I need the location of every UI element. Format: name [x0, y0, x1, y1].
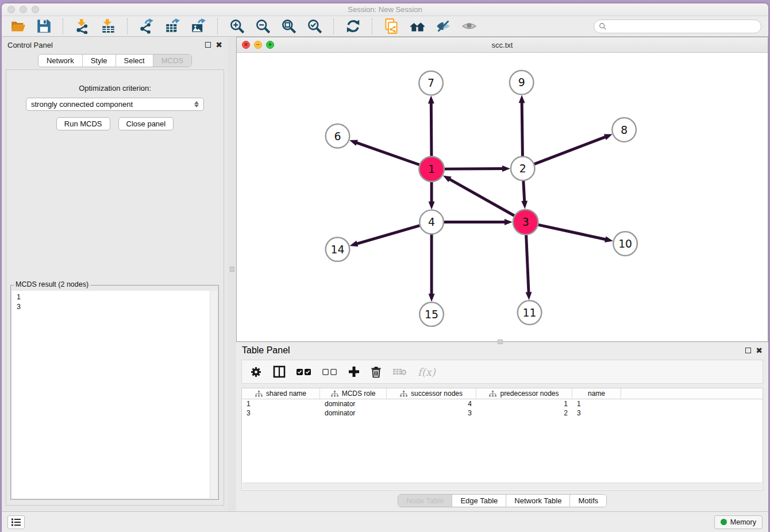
svg-text:15: 15 — [425, 309, 438, 321]
import-network-icon[interactable] — [73, 18, 91, 35]
toggle-column-panel-icon[interactable] — [273, 365, 286, 378]
export-table-icon[interactable] — [163, 18, 182, 35]
graph-node-14[interactable]: 14 — [326, 237, 350, 261]
hide-selection-icon[interactable] — [434, 18, 452, 35]
export-image-icon[interactable] — [189, 18, 207, 35]
task-history-button[interactable] — [7, 515, 25, 529]
node-table[interactable]: shared name MCDS role successor nodes — [241, 388, 763, 491]
network-close-button[interactable]: ✕ — [242, 41, 250, 49]
unselect-all-columns-icon[interactable] — [322, 368, 337, 376]
search-input[interactable] — [609, 22, 756, 30]
column-header-mcds-role[interactable]: MCDS role — [320, 388, 387, 399]
svg-text:6: 6 — [334, 130, 341, 142]
refresh-icon[interactable] — [344, 18, 362, 35]
splitter-grip[interactable] — [230, 267, 234, 272]
float-panel-icon[interactable] — [205, 42, 211, 48]
first-neighbors-icon[interactable] — [408, 18, 426, 35]
graph-node-10[interactable]: 10 — [613, 232, 637, 256]
network-minimize-button[interactable]: − — [254, 41, 262, 49]
graph-node-9[interactable]: 9 — [510, 71, 534, 95]
result-scrollbar[interactable] — [210, 291, 217, 498]
graph-node-6[interactable]: 6 — [326, 124, 350, 148]
tab-mcds[interactable]: MCDS — [153, 55, 191, 67]
maximize-window-button[interactable] — [32, 6, 39, 13]
window-controls — [7, 6, 39, 13]
column-header-shared-name[interactable]: shared name — [242, 388, 320, 399]
column-header-predecessor-nodes[interactable]: predecessor nodes — [476, 388, 572, 399]
close-panel-button[interactable]: Close panel — [118, 117, 174, 130]
criterion-dropdown[interactable]: strongly connected component — [26, 98, 204, 111]
table-panel-title: Table Panel — [242, 345, 290, 356]
search-box[interactable] — [594, 20, 761, 33]
memory-label: Memory — [730, 518, 756, 526]
zoom-out-icon[interactable] — [253, 18, 272, 35]
tab-network[interactable]: Network — [38, 55, 83, 67]
control-panel: Control Panel ✖ Network Style Select MCD… — [2, 37, 228, 511]
column-header-name[interactable]: name — [572, 388, 621, 399]
table-scrollbar[interactable] — [242, 483, 762, 489]
graph-node-4[interactable]: 4 — [419, 210, 444, 234]
svg-text:8: 8 — [621, 124, 627, 136]
function-builder-icon[interactable]: f(x) — [418, 366, 436, 378]
splitter-grip[interactable] — [498, 340, 503, 344]
graph-node-15[interactable]: 15 — [419, 302, 444, 326]
tab-network-table[interactable]: Network Table — [506, 495, 570, 507]
tab-select[interactable]: Select — [116, 55, 153, 67]
create-column-icon[interactable] — [348, 366, 360, 377]
svg-text:10: 10 — [618, 238, 632, 250]
graph-node-2[interactable]: 2 — [511, 156, 535, 180]
zoom-fit-icon[interactable] — [279, 18, 298, 35]
open-session-icon[interactable] — [9, 18, 27, 35]
network-graph[interactable]: 7968124314101511 — [237, 53, 768, 339]
close-panel-icon[interactable]: ✖ — [756, 348, 763, 353]
minimize-window-button[interactable] — [20, 6, 27, 13]
network-window-titlebar[interactable]: ✕ − + scc.txt — [237, 37, 768, 53]
table-toolbar: f(x) — [241, 360, 763, 384]
table-tabs: Node Table Edge Table Network Table Moti… — [236, 491, 768, 510]
show-all-icon[interactable] — [460, 18, 478, 35]
delete-column-icon[interactable] — [371, 366, 382, 378]
tab-node-table[interactable]: Node Table — [398, 495, 453, 507]
table-row[interactable]: 1 dominator 4 1 1 — [242, 399, 763, 408]
run-mcds-button[interactable]: Run MCDS — [56, 117, 110, 130]
panel-splitter[interactable] — [228, 37, 236, 511]
select-all-columns-icon[interactable] — [297, 368, 311, 376]
toolbar-separator — [333, 18, 334, 34]
zoom-selected-icon[interactable] — [305, 18, 324, 35]
mcds-result-title: MCDS result (2 nodes) — [14, 280, 90, 288]
close-panel-icon[interactable]: ✖ — [215, 42, 222, 48]
network-window-title: scc.txt — [492, 41, 513, 49]
main-area: Control Panel ✖ Network Style Select MCD… — [2, 37, 768, 511]
settings-gear-icon[interactable] — [250, 366, 262, 378]
graph-node-1[interactable]: 1 — [419, 156, 444, 182]
import-table-icon[interactable] — [99, 18, 117, 35]
memory-button[interactable]: Memory — [714, 515, 763, 529]
zoom-in-icon[interactable] — [228, 18, 246, 35]
shared-column-icon — [400, 391, 407, 397]
control-panel-header: Control Panel ✖ — [2, 37, 228, 53]
float-panel-icon[interactable] — [745, 348, 751, 353]
delete-table-icon[interactable] — [392, 368, 407, 376]
close-window-button[interactable] — [7, 6, 15, 13]
control-panel-title: Control Panel — [7, 41, 53, 49]
graph-node-11[interactable]: 11 — [518, 300, 542, 325]
tab-edge-table[interactable]: Edge Table — [452, 495, 506, 507]
table-splitter[interactable] — [236, 342, 768, 343]
result-line: 3 — [17, 302, 213, 312]
table-row[interactable]: 3 dominator 3 2 3 — [242, 408, 763, 418]
graph-node-7[interactable]: 7 — [419, 71, 443, 95]
graph-node-8[interactable]: 8 — [612, 118, 636, 142]
tab-motifs[interactable]: Motifs — [570, 495, 606, 507]
network-maximize-button[interactable]: + — [266, 41, 274, 49]
cell-successor-nodes: 3 — [387, 408, 476, 418]
network-canvas[interactable]: 7968124314101511 — [237, 53, 768, 341]
table-panel: Table Panel ✖ — [236, 343, 768, 511]
new-network-from-selection-icon[interactable] — [382, 18, 401, 35]
graph-node-3[interactable]: 3 — [513, 210, 538, 235]
tab-style[interactable]: Style — [83, 55, 116, 67]
export-network-icon[interactable] — [137, 18, 156, 35]
status-bar: Memory — [2, 511, 768, 532]
save-session-icon[interactable] — [34, 18, 53, 35]
mcds-result-area[interactable]: 1 3 — [12, 291, 217, 498]
column-header-successor-nodes[interactable]: successor nodes — [387, 388, 476, 399]
